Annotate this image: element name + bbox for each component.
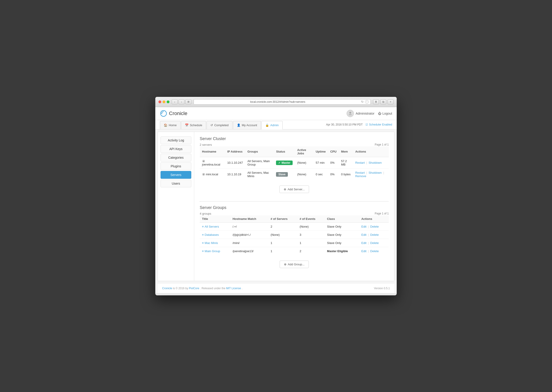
forward-button[interactable]: › (179, 99, 184, 104)
main-content: Server Cluster 2 servers Page 1 of 1 Hos… (194, 132, 394, 281)
reload-icon[interactable]: ↻ (361, 100, 364, 104)
url-bar[interactable]: local.cronicle.com:3012/#Admin?sub=serve… (194, 99, 371, 105)
share-button[interactable]: ⬆ (373, 99, 379, 104)
browser-nav: ‹ › ⊞ (172, 99, 191, 104)
server-uptime-2: 0 sec (313, 168, 328, 180)
mac-minis-link[interactable]: ≡ Mac Minis (202, 241, 218, 245)
servers-table: Hostname IP Address Groups Status Active… (200, 147, 389, 180)
group-class-1: Slave Only (325, 222, 359, 231)
databases-link[interactable]: ≡ Databases (202, 233, 219, 237)
server-mem-1: 57.2 MB (339, 157, 353, 168)
group-events-1: (None) (298, 222, 325, 231)
server-mem-2: 0 bytes (339, 168, 353, 180)
logout-button[interactable]: ⏻ Logout (378, 112, 392, 115)
add-group-label: Add Group... (288, 263, 305, 266)
remove-link-2[interactable]: Remove (355, 175, 366, 178)
tab-schedule-label: Schedule (190, 124, 202, 127)
delete-group-4[interactable]: Delete (370, 249, 379, 253)
col-actions: Actions (353, 147, 389, 157)
tab-schedule[interactable]: 📅 Schedule (181, 121, 206, 129)
add-server-container: ⊕ Add Server... (200, 184, 389, 197)
group-title-2: ≡ Databases (200, 231, 230, 239)
col-ip: IP Address (225, 147, 245, 157)
edit-group-4[interactable]: Edit (361, 249, 366, 253)
tab-completed[interactable]: ↺ Completed (207, 121, 232, 129)
tab-myaccount[interactable]: 👤 My Account (233, 121, 261, 129)
col-cpu: CPU (328, 147, 339, 157)
group-servers-3: 1 (268, 239, 297, 247)
delete-group-3[interactable]: Delete (370, 241, 379, 245)
all-servers-link[interactable]: ≡ All Servers (202, 225, 219, 228)
app-logo: Cronicle (160, 110, 187, 117)
sidebar-item-users[interactable]: Users (160, 180, 191, 187)
master-badge: ✓ Master (276, 161, 293, 165)
tab-myaccount-label: My Account (242, 124, 257, 127)
main-group-link[interactable]: ≡ Main Group (202, 249, 220, 253)
back-button[interactable]: ‹ (172, 99, 178, 104)
app-nav: 🏠 Home 📅 Schedule ↺ Completed 👤 My Accou… (155, 120, 397, 129)
minimize-dot[interactable] (163, 100, 165, 103)
server-icon-2: 🖥 (202, 173, 205, 176)
sidebar: Activity Log API Keys Categories Plugins… (158, 132, 194, 281)
col-class: Class (325, 215, 359, 223)
svg-point-2 (349, 112, 351, 114)
footer-company-link[interactable]: PixlCore (189, 287, 199, 290)
shutdown-link-1[interactable]: Shutdown (369, 161, 382, 164)
add-group-button[interactable]: ⊕ Add Group... (280, 261, 309, 268)
restart-link-2[interactable]: Restart (355, 171, 365, 175)
nav-right: Apr 30, 2016 5:50:10 PM PDT ☑ Scheduler … (326, 123, 392, 126)
table-row: ≡ Main Group /joeretina|joe13/ 1 2 Maste… (200, 247, 389, 255)
server-jobs-1: (None) (295, 157, 313, 168)
sidebar-activity-log-label: Activity Log (168, 139, 184, 142)
col-groups: Groups (245, 147, 274, 157)
group-events-2: 3 (298, 231, 325, 239)
server-page-info: Page 1 of 1 (375, 143, 389, 146)
duplicate-button[interactable]: ⧉ (380, 99, 386, 104)
tab-completed-label: Completed (214, 124, 229, 127)
add-server-button[interactable]: ⊕ Add Server... (279, 186, 309, 193)
edit-group-1[interactable]: Edit (361, 225, 366, 228)
app-content: Cronicle Administrator ⏻ Logout (155, 107, 397, 293)
sidebar-item-plugins[interactable]: Plugins (160, 162, 191, 170)
restart-link-1[interactable]: Restart (355, 161, 365, 164)
server-groups-title: Server Groups (200, 205, 389, 210)
server-cluster-header: 2 servers Page 1 of 1 (200, 143, 389, 147)
table-row: 🖥 joeretina.local 10.1.10.247 All Server… (200, 157, 389, 168)
sidebar-item-categories[interactable]: Categories (160, 154, 191, 161)
delete-group-2[interactable]: Delete (370, 233, 379, 237)
sidebar-api-keys-label: API Keys (169, 147, 183, 151)
table-row: ≡ Mac Minis /mini/ 1 1 Slave Only Edit | (200, 239, 389, 247)
server-cpu-2: 0% (328, 168, 339, 180)
edit-group-3[interactable]: Edit (361, 241, 366, 245)
plus-icon: ⊕ (284, 188, 286, 191)
col-mem: Mem (339, 147, 353, 157)
sidebar-item-activity-log[interactable]: Activity Log (160, 136, 191, 144)
url-text: local.cronicle.com:3012/#Admin?sub=serve… (196, 100, 360, 104)
slave-badge: Slave (276, 172, 288, 177)
shutdown-link-2[interactable]: Shutdown (369, 171, 382, 175)
sidebar-item-api-keys[interactable]: API Keys (160, 145, 191, 153)
edit-group-2[interactable]: Edit (361, 233, 366, 237)
info-icon[interactable]: i (365, 100, 369, 104)
tab-admin[interactable]: 🔒 Admin (261, 121, 283, 129)
maximize-dot[interactable] (167, 100, 169, 103)
footer-cronicle-link[interactable]: Cronicle (162, 287, 172, 290)
server-cpu-1: 0% (328, 157, 339, 168)
delete-group-1[interactable]: Delete (370, 225, 379, 228)
group-actions-1: Edit | Delete (359, 222, 389, 231)
footer-license-link[interactable]: MIT License (226, 287, 241, 290)
server-groups-1: All Servers, Main Group (245, 157, 274, 168)
group-hostname-2: /(i|q|s)db\d+\./ (230, 231, 268, 239)
footer-version: Version 0.5.1 (374, 287, 390, 290)
view-button[interactable]: ⊞ (185, 99, 191, 104)
new-tab-button[interactable]: + (388, 99, 393, 104)
checkmark-icon: ✓ (278, 161, 281, 164)
group-class-2: Slave Only (325, 231, 359, 239)
sidebar-servers-label: Servers (170, 173, 181, 177)
table-row: ≡ Databases /(i|q|s)db\d+\./ (None) 3 Sl… (200, 231, 389, 239)
footer-text: Cronicle is © 2016 by PixlCore . Release… (162, 287, 242, 290)
sidebar-item-servers[interactable]: Servers (160, 171, 191, 179)
tab-home[interactable]: 🏠 Home (160, 121, 181, 129)
close-dot[interactable] (159, 100, 161, 103)
group-class-4: Master Eligible (325, 247, 359, 255)
